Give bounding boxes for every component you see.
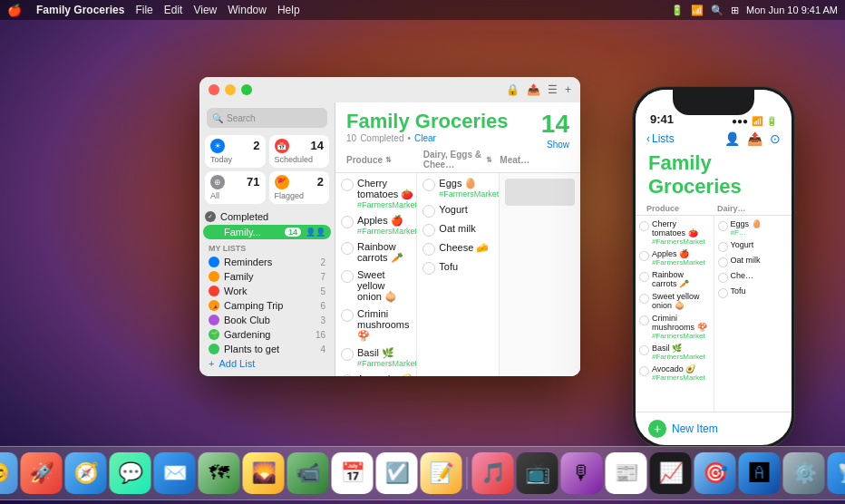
iphone-person-icon[interactable]: 👤: [724, 131, 740, 146]
dock-photos[interactable]: 🌄: [243, 452, 285, 494]
sidebar-item-work[interactable]: Work 5: [199, 284, 335, 298]
table-row[interactable]: Cheese 🧀: [417, 239, 498, 258]
apple-menu[interactable]: 🍎: [7, 4, 22, 17]
sidebar-item-family-active[interactable]: Family... 14 👤👤: [203, 225, 331, 239]
show-link[interactable]: Show: [547, 140, 569, 150]
dock-launchpad[interactable]: 🚀: [21, 452, 63, 494]
col-sort-icon-2[interactable]: ⇅: [486, 156, 492, 164]
todo-checkbox[interactable]: [341, 270, 354, 283]
dock-maps[interactable]: 🗺: [199, 452, 240, 494]
todo-checkbox[interactable]: [422, 179, 435, 191]
todo-checkbox[interactable]: [422, 224, 435, 237]
search-bar[interactable]: 🔍 Search: [207, 108, 327, 128]
table-row[interactable]: Oat milk: [417, 220, 498, 239]
menu-help[interactable]: Help: [277, 4, 300, 16]
menu-view[interactable]: View: [193, 4, 217, 16]
sidebar-item-plants[interactable]: Plants to get 4: [199, 342, 335, 356]
smart-list-scheduled[interactable]: 📅 14 Scheduled: [269, 135, 330, 168]
dock-notes[interactable]: 📝: [421, 452, 462, 494]
list-item[interactable]: Apples 🍎#FarmersMarket: [636, 247, 714, 268]
dock-facetime[interactable]: 📹: [287, 452, 329, 494]
list-item[interactable]: Avocado 🥑#FarmersMarket: [636, 363, 714, 383]
dock-appstore[interactable]: 🅰: [739, 452, 781, 494]
table-row[interactable]: Sweet yellow onion 🧅: [335, 267, 416, 305]
dock-mail[interactable]: ✉️: [154, 452, 196, 494]
dock-finder[interactable]: 😊: [0, 452, 18, 494]
iphone-checkbox[interactable]: [639, 315, 649, 325]
todo-checkbox[interactable]: [422, 262, 435, 275]
table-row[interactable]: Avocado 🥑#FarmersMarket: [335, 371, 416, 376]
menu-edit[interactable]: Edit: [164, 4, 183, 16]
table-row[interactable]: Cherry tomatoes 🍅#FarmersMarket: [335, 175, 416, 212]
window-close-button[interactable]: [209, 84, 219, 95]
todo-checkbox[interactable]: [422, 243, 435, 256]
table-row[interactable]: Basil 🌿#FarmersMarket: [335, 344, 416, 371]
list-item[interactable]: Cherry tomatoes 🍅#FarmersMarket: [636, 218, 714, 247]
iphone-checkbox[interactable]: [639, 345, 649, 355]
dock-safari[interactable]: 🧭: [65, 452, 107, 494]
todo-checkbox[interactable]: [341, 309, 354, 322]
todo-checkbox[interactable]: [341, 216, 354, 228]
sidebar-toggle-icon[interactable]: ☰: [548, 83, 558, 96]
iphone-checkbox[interactable]: [718, 257, 728, 267]
dock-messages[interactable]: 💬: [110, 452, 151, 494]
todo-checkbox[interactable]: [422, 205, 435, 218]
iphone-checkbox[interactable]: [639, 251, 649, 261]
iphone-checkbox[interactable]: [718, 273, 728, 283]
sidebar-item-camping[interactable]: ⛺ Camping Trip 6: [199, 298, 335, 313]
dock-music[interactable]: 🎵: [472, 452, 514, 494]
todo-checkbox[interactable]: [341, 348, 354, 361]
iphone-checkbox[interactable]: [639, 221, 649, 231]
app-name-menu[interactable]: Family Groceries: [36, 4, 124, 16]
list-item[interactable]: Yogurt: [714, 238, 792, 254]
lock-icon[interactable]: 🔒: [506, 83, 520, 96]
smart-list-today[interactable]: ☀ 2 Today: [205, 135, 266, 168]
window-maximize-button[interactable]: [241, 84, 252, 95]
iphone-checkbox[interactable]: [639, 294, 649, 304]
dock-keynote[interactable]: 🎯: [694, 452, 736, 494]
col-sort-icon[interactable]: ⇅: [385, 156, 392, 164]
sidebar-item-family[interactable]: Family 7: [199, 269, 335, 284]
iphone-back-button[interactable]: ‹ Lists: [646, 132, 675, 145]
sidebar-item-gardening[interactable]: 🌱 Gardening 16: [199, 327, 335, 342]
list-item[interactable]: Oat milk: [714, 254, 792, 269]
add-icon[interactable]: +: [565, 83, 571, 96]
dock-news[interactable]: 📰: [606, 452, 647, 494]
iphone-checkbox[interactable]: [639, 366, 649, 376]
window-minimize-button[interactable]: [225, 84, 236, 95]
sidebar-item-completed[interactable]: ✓ Completed: [199, 209, 335, 224]
spotlight-icon[interactable]: 🔍: [711, 5, 724, 16]
dock-appletv[interactable]: 📺: [517, 452, 558, 494]
list-item[interactable]: Sweet yellow onion 🧅: [636, 290, 714, 312]
share-icon[interactable]: 📤: [527, 83, 540, 96]
sidebar-item-reminders[interactable]: Reminders 2: [199, 255, 335, 269]
iphone-new-item-button[interactable]: + New Item: [636, 412, 792, 445]
iphone-more-icon[interactable]: ⊙: [770, 131, 781, 146]
iphone-checkbox[interactable]: [718, 288, 728, 298]
todo-checkbox[interactable]: [341, 242, 354, 255]
dock-reminders[interactable]: ☑️: [376, 452, 418, 494]
clear-link[interactable]: Clear: [414, 133, 436, 143]
dock-stocks[interactable]: 📈: [650, 452, 692, 494]
smart-list-all[interactable]: ⊕ 71 All: [205, 171, 266, 204]
table-row[interactable]: Apples 🍎#FarmersMarket: [335, 212, 416, 238]
list-item[interactable]: Rainbow carrots 🥕: [636, 268, 714, 290]
table-row[interactable]: Rainbow carrots 🥕: [335, 238, 416, 267]
list-item[interactable]: Basil 🌿#FarmersMarket: [636, 342, 714, 363]
menu-file[interactable]: File: [135, 4, 152, 16]
todo-checkbox[interactable]: [341, 374, 354, 376]
dock-system-preferences[interactable]: ⚙️: [783, 452, 825, 494]
dock-podcasts[interactable]: 🎙: [561, 452, 603, 494]
dock-wifi-settings[interactable]: 📡: [828, 452, 846, 494]
todo-checkbox[interactable]: [341, 179, 354, 191]
sidebar-item-bookclub[interactable]: Book Club 3: [199, 313, 335, 327]
iphone-checkbox[interactable]: [718, 221, 728, 231]
list-item[interactable]: Eggs 🥚#F…: [714, 218, 792, 238]
control-center-icon[interactable]: ⊞: [731, 5, 739, 16]
dock-calendar[interactable]: 📅: [332, 452, 374, 494]
add-list-button[interactable]: + Add List: [199, 356, 335, 371]
list-item[interactable]: Crimini mushrooms 🍄#FarmersMarket: [636, 312, 714, 342]
smart-list-flagged[interactable]: 🚩 2 Flagged: [269, 171, 330, 204]
list-item[interactable]: Che…: [714, 269, 792, 285]
iphone-checkbox[interactable]: [639, 272, 649, 282]
